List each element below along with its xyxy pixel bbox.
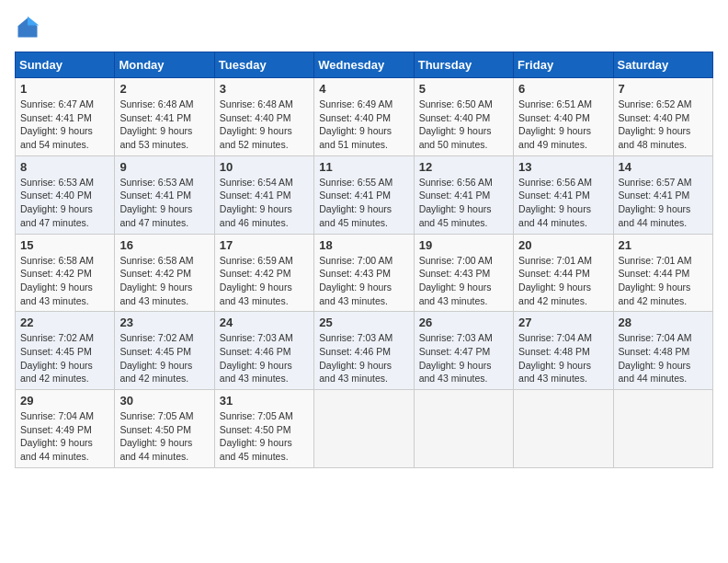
sunset-text: Sunset: 4:41 PM xyxy=(419,190,491,201)
sunset-text: Sunset: 4:49 PM xyxy=(20,424,92,435)
sunset-text: Sunset: 4:40 PM xyxy=(419,112,491,123)
calendar-cell: 29 Sunrise: 7:04 AM Sunset: 4:49 PM Dayl… xyxy=(16,390,115,468)
day-number: 22 xyxy=(20,316,109,329)
daylight-text: Daylight: 9 hours and 44 minutes. xyxy=(619,203,691,228)
sunset-text: Sunset: 4:44 PM xyxy=(619,268,690,279)
cell-content: Sunrise: 6:48 AM Sunset: 4:41 PM Dayligh… xyxy=(119,98,209,152)
day-number: 3 xyxy=(220,82,309,96)
sunrise-text: Sunrise: 6:48 AM xyxy=(119,98,193,109)
daylight-text: Daylight: 9 hours and 45 minutes. xyxy=(419,203,492,228)
cell-content: Sunrise: 7:02 AM Sunset: 4:45 PM Dayligh… xyxy=(119,331,209,385)
cell-content: Sunrise: 7:03 AM Sunset: 4:46 PM Dayligh… xyxy=(319,331,408,385)
cell-content: Sunrise: 7:01 AM Sunset: 4:44 PM Dayligh… xyxy=(518,254,608,308)
calendar-cell: 16 Sunrise: 6:58 AM Sunset: 4:42 PM Dayl… xyxy=(115,234,214,312)
sunset-text: Sunset: 4:41 PM xyxy=(319,190,391,201)
calendar-cell: 21 Sunrise: 7:01 AM Sunset: 4:44 PM Dayl… xyxy=(613,234,712,312)
sunset-text: Sunset: 4:40 PM xyxy=(619,112,690,123)
day-header-monday: Monday xyxy=(115,52,214,78)
calendar-cell: 6 Sunrise: 6:51 AM Sunset: 4:40 PM Dayli… xyxy=(514,78,613,156)
sunrise-text: Sunrise: 6:52 AM xyxy=(619,98,692,109)
sunrise-text: Sunrise: 7:05 AM xyxy=(220,410,293,421)
daylight-text: Daylight: 9 hours and 44 minutes. xyxy=(20,437,93,462)
day-number: 26 xyxy=(419,316,508,329)
sunrise-text: Sunrise: 6:47 AM xyxy=(20,98,94,109)
calendar-cell: 12 Sunrise: 6:56 AM Sunset: 4:41 PM Dayl… xyxy=(414,155,513,234)
calendar-cell: 5 Sunrise: 6:50 AM Sunset: 4:40 PM Dayli… xyxy=(414,78,513,156)
calendar-cell xyxy=(414,390,513,468)
sunrise-text: Sunrise: 6:50 AM xyxy=(419,98,493,109)
sunrise-text: Sunrise: 6:58 AM xyxy=(119,255,193,266)
calendar-cell: 10 Sunrise: 6:54 AM Sunset: 4:41 PM Dayl… xyxy=(214,155,313,234)
daylight-text: Daylight: 9 hours and 48 minutes. xyxy=(619,125,691,150)
cell-content: Sunrise: 6:49 AM Sunset: 4:40 PM Dayligh… xyxy=(319,98,408,152)
cell-content: Sunrise: 6:54 AM Sunset: 4:41 PM Dayligh… xyxy=(220,176,309,230)
sunset-text: Sunset: 4:41 PM xyxy=(119,112,191,123)
sunset-text: Sunset: 4:42 PM xyxy=(220,268,291,279)
calendar-cell: 13 Sunrise: 6:56 AM Sunset: 4:41 PM Dayl… xyxy=(514,155,613,234)
day-number: 4 xyxy=(319,82,408,96)
calendar-cell xyxy=(314,390,414,468)
sunset-text: Sunset: 4:42 PM xyxy=(119,268,191,279)
cell-content: Sunrise: 6:51 AM Sunset: 4:40 PM Dayligh… xyxy=(518,98,608,152)
calendar-cell: 25 Sunrise: 7:03 AM Sunset: 4:46 PM Dayl… xyxy=(314,312,414,390)
sunrise-text: Sunrise: 6:56 AM xyxy=(419,177,493,188)
day-number: 6 xyxy=(518,82,608,96)
daylight-text: Daylight: 9 hours and 44 minutes. xyxy=(119,437,192,462)
cell-content: Sunrise: 6:53 AM Sunset: 4:40 PM Dayligh… xyxy=(20,176,109,230)
calendar-table: SundayMondayTuesdayWednesdayThursdayFrid… xyxy=(15,52,713,468)
calendar-cell: 26 Sunrise: 7:03 AM Sunset: 4:47 PM Dayl… xyxy=(414,312,513,390)
day-header-tuesday: Tuesday xyxy=(214,52,313,78)
daylight-text: Daylight: 9 hours and 42 minutes. xyxy=(619,282,691,306)
sunset-text: Sunset: 4:40 PM xyxy=(20,190,92,201)
calendar-cell: 20 Sunrise: 7:01 AM Sunset: 4:44 PM Dayl… xyxy=(514,234,613,312)
daylight-text: Daylight: 9 hours and 43 minutes. xyxy=(220,360,292,385)
sunset-text: Sunset: 4:40 PM xyxy=(518,112,590,123)
daylight-text: Daylight: 9 hours and 45 minutes. xyxy=(220,437,292,462)
day-number: 20 xyxy=(518,238,608,252)
cell-content: Sunrise: 7:01 AM Sunset: 4:44 PM Dayligh… xyxy=(619,254,708,308)
calendar-cell: 3 Sunrise: 6:48 AM Sunset: 4:40 PM Dayli… xyxy=(214,78,313,156)
sunrise-text: Sunrise: 7:01 AM xyxy=(619,255,692,266)
day-header-thursday: Thursday xyxy=(414,52,513,78)
calendar-cell: 11 Sunrise: 6:55 AM Sunset: 4:41 PM Dayl… xyxy=(314,155,414,234)
calendar-cell: 15 Sunrise: 6:58 AM Sunset: 4:42 PM Dayl… xyxy=(16,234,115,312)
sunrise-text: Sunrise: 7:00 AM xyxy=(419,255,493,266)
calendar-cell: 14 Sunrise: 6:57 AM Sunset: 4:41 PM Dayl… xyxy=(613,155,712,234)
calendar-cell: 30 Sunrise: 7:05 AM Sunset: 4:50 PM Dayl… xyxy=(115,390,214,468)
day-number: 29 xyxy=(20,394,109,408)
calendar-week-row: 29 Sunrise: 7:04 AM Sunset: 4:49 PM Dayl… xyxy=(16,390,713,468)
day-number: 16 xyxy=(119,238,209,252)
cell-content: Sunrise: 6:48 AM Sunset: 4:40 PM Dayligh… xyxy=(220,98,309,152)
calendar-week-row: 8 Sunrise: 6:53 AM Sunset: 4:40 PM Dayli… xyxy=(16,155,713,234)
day-number: 12 xyxy=(419,160,508,174)
daylight-text: Daylight: 9 hours and 49 minutes. xyxy=(518,125,591,150)
day-header-wednesday: Wednesday xyxy=(314,52,414,78)
page-header xyxy=(15,15,713,40)
calendar-cell: 8 Sunrise: 6:53 AM Sunset: 4:40 PM Dayli… xyxy=(16,155,115,234)
day-number: 8 xyxy=(20,160,109,174)
day-number: 21 xyxy=(619,238,708,252)
daylight-text: Daylight: 9 hours and 45 minutes. xyxy=(319,203,392,228)
daylight-text: Daylight: 9 hours and 43 minutes. xyxy=(319,360,392,385)
sunrise-text: Sunrise: 7:03 AM xyxy=(319,332,392,343)
day-header-friday: Friday xyxy=(514,52,613,78)
sunset-text: Sunset: 4:41 PM xyxy=(518,190,590,201)
sunset-text: Sunset: 4:40 PM xyxy=(319,112,391,123)
day-header-sunday: Sunday xyxy=(16,52,115,78)
sunrise-text: Sunrise: 6:51 AM xyxy=(518,98,592,109)
day-number: 1 xyxy=(20,82,109,96)
daylight-text: Daylight: 9 hours and 43 minutes. xyxy=(319,282,392,306)
calendar-cell: 28 Sunrise: 7:04 AM Sunset: 4:48 PM Dayl… xyxy=(613,312,712,390)
sunrise-text: Sunrise: 6:58 AM xyxy=(20,255,94,266)
sunrise-text: Sunrise: 7:00 AM xyxy=(319,255,392,266)
daylight-text: Daylight: 9 hours and 51 minutes. xyxy=(319,125,392,150)
daylight-text: Daylight: 9 hours and 46 minutes. xyxy=(220,203,292,228)
day-number: 25 xyxy=(319,316,408,329)
daylight-text: Daylight: 9 hours and 43 minutes. xyxy=(220,282,292,306)
day-number: 15 xyxy=(20,238,109,252)
cell-content: Sunrise: 6:58 AM Sunset: 4:42 PM Dayligh… xyxy=(119,254,209,308)
daylight-text: Daylight: 9 hours and 43 minutes. xyxy=(419,282,492,306)
cell-content: Sunrise: 7:04 AM Sunset: 4:48 PM Dayligh… xyxy=(518,331,608,385)
sunset-text: Sunset: 4:50 PM xyxy=(119,424,191,435)
sunrise-text: Sunrise: 7:02 AM xyxy=(119,332,193,343)
